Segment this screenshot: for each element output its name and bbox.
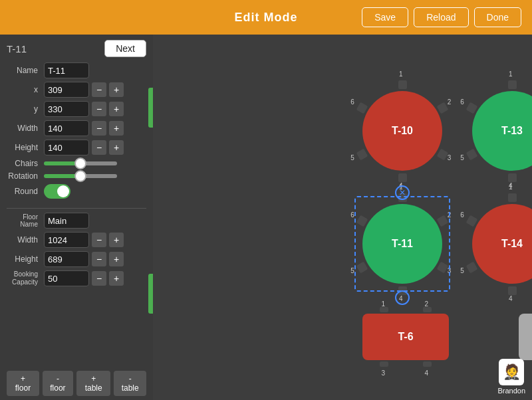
y-increment[interactable]: + [109,102,124,116]
divider [7,208,146,209]
x-label: x [7,85,41,94]
table-item-t-6[interactable]: T-61324 [349,300,462,380]
width-row: Width − + [7,120,146,136]
booking-capacity-label: BookingCapacity [7,270,41,286]
floor-width-input[interactable] [44,232,89,248]
x-increment[interactable]: + [109,82,124,97]
y-decrement[interactable]: − [92,102,106,116]
toggle-knob [57,185,69,197]
topbar-buttons: Save Reload Done [362,7,521,27]
name-row: Name [7,62,146,78]
chair-number: 1 [509,183,513,191]
chairs-slider[interactable] [44,161,117,165]
main-layout: T-11 Next Name x − + y − + Width − + [0,35,532,400]
x-input[interactable] [44,82,89,98]
bottom-buttons: + floor - floor + table - table [7,367,146,396]
sidebar-header: T-11 Next [7,40,146,57]
save-button[interactable]: Save [362,7,408,27]
remove-table-button[interactable]: - table [114,371,146,396]
height-label: Height [7,143,41,152]
add-table-button[interactable]: + table [76,371,111,396]
round-row: Round [7,184,146,199]
avatar-icon: 🤵 [499,359,524,385]
y-label: y [7,104,41,114]
height-decrement[interactable]: − [92,140,106,155]
rotation-label: Rotation [7,171,41,181]
chair-number: 3 [448,154,452,161]
height-increment[interactable]: + [109,140,124,155]
width-decrement[interactable]: − [92,121,106,136]
booking-increment[interactable]: + [109,271,124,286]
x-row: x − + [7,82,146,98]
chair [466,148,477,160]
floor-width-row: Width − + [7,232,146,248]
round-toggle[interactable] [44,184,70,199]
avatar-name: Brandon [497,387,525,395]
done-button[interactable]: Done [474,7,521,27]
floor-width-decrement[interactable]: − [92,233,106,247]
chair [466,215,477,227]
width-input[interactable] [44,120,89,136]
floor-height-decrement[interactable]: − [92,252,106,266]
chair [508,80,517,89]
resize-handle-top[interactable]: ✕ [395,185,410,200]
canvas-area[interactable]: 123456T-10123456T-13123456T-12123456T-11… [153,35,532,400]
floor-height-label: Height [7,254,41,264]
floor-height-input[interactable] [44,251,89,267]
chair [356,102,368,114]
chair [508,173,517,182]
x-decrement[interactable]: − [92,82,106,97]
chair-number: 5 [460,267,464,274]
height-input[interactable] [44,140,89,155]
name-input[interactable] [44,62,89,78]
chair [380,361,388,367]
floor-name-input[interactable] [44,213,89,229]
table-item-t-11[interactable]: 123456T-11✕ [349,191,456,297]
floor-name-row: Floor Name [7,213,146,229]
table-rect: T-7 [519,314,532,360]
chair [356,148,368,160]
chair-number: 3 [382,369,386,377]
table-circle: T-14 [472,204,532,284]
selected-table-id: T-11 [7,43,27,54]
sidebar: T-11 Next Name x − + y − + Width − + [0,35,153,400]
round-label: Round [7,187,41,196]
sidebar-accent-top [148,88,153,128]
rotation-slider[interactable] [44,174,117,178]
chair-number: 2 [448,211,452,219]
chair [466,102,477,114]
chair-number: 5 [460,154,464,161]
rotation-row: Rotation [7,171,146,181]
chair-number: 5 [350,154,354,161]
booking-capacity-input[interactable] [44,270,89,286]
table-item-t-14[interactable]: 123456T-14 [459,191,532,297]
reload-button[interactable]: Reload [414,7,468,27]
name-label: Name [7,66,41,75]
table-item-t-10[interactable]: 123456T-10 [349,78,456,184]
chair-number: 1 [382,300,386,308]
avatar-area[interactable]: 🤵Brandon [497,359,525,395]
table-item-t-13[interactable]: 123456T-13 [459,78,532,184]
chair-number: 1 [399,70,403,78]
floor-width-label: Width [7,235,41,245]
table-rect: T-6 [362,314,449,360]
floor-width-increment[interactable]: + [109,233,124,247]
chair-number: 2 [425,300,429,308]
width-increment[interactable]: + [109,121,124,136]
chair [398,80,407,89]
booking-decrement[interactable]: − [92,271,106,286]
chair [508,286,517,295]
chair-number: 6 [350,98,354,106]
add-floor-button[interactable]: + floor [7,371,39,396]
y-input[interactable] [44,101,89,117]
chair-number: 1 [509,70,513,78]
floor-height-increment[interactable]: + [109,252,124,266]
chair [423,361,432,367]
y-row: y − + [7,101,146,117]
chairs-label: Chairs [7,159,41,168]
remove-floor-button[interactable]: - floor [43,371,73,396]
next-button[interactable]: Next [104,40,146,57]
booking-capacity-row: BookingCapacity − + [7,270,146,286]
width-label: Width [7,124,41,133]
topbar: Edit Mode Save Reload Done [0,0,532,35]
